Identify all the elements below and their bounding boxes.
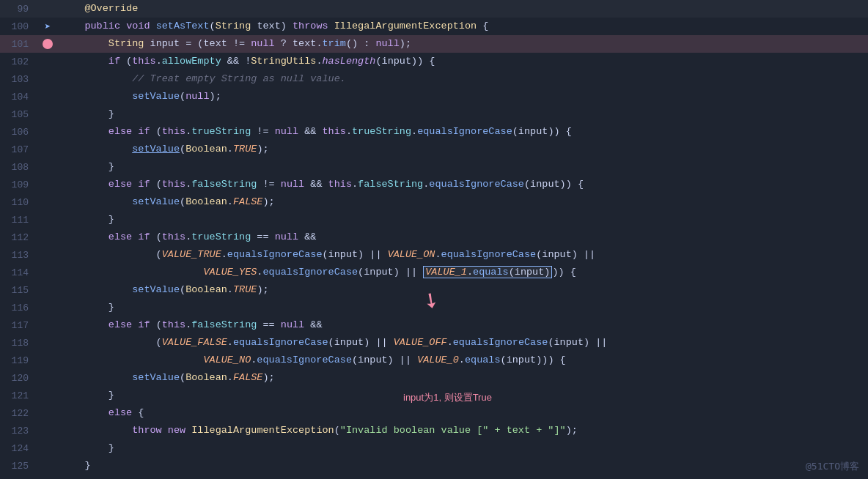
code-line-117: 117 else if (this.falseString == null &&	[0, 316, 868, 334]
code-lines: 99 @Override100➤ public void setAsText(S…	[0, 0, 868, 479]
code-line-118: 118 (VALUE_FALSE.equalsIgnoreCase(input)…	[0, 334, 868, 352]
code-line-120: 120 setValue(Boolean.FALSE);	[0, 369, 868, 387]
line-number-111: 111	[0, 215, 40, 226]
line-content-105: }	[55, 105, 868, 123]
line-content-108: }	[55, 158, 868, 176]
line-number-115: 115	[0, 285, 40, 296]
code-line-115: 115 setValue(Boolean.TRUE);	[0, 281, 868, 299]
line-content-120: setValue(Boolean.FALSE);	[55, 369, 868, 387]
code-line-112: 112 else if (this.trueString == null &&	[0, 229, 868, 246]
line-number-123: 123	[0, 426, 40, 437]
code-line-99: 99 @Override	[0, 0, 868, 18]
code-line-104: 104 setValue(null);	[0, 88, 868, 105]
code-line-113: 113 (VALUE_TRUE.equalsIgnoreCase(input) …	[0, 246, 868, 264]
line-content-106: else if (this.trueString != null && this…	[55, 123, 868, 141]
line-number-121: 121	[0, 390, 40, 401]
line-content-119: VALUE_NO.equalsIgnoreCase(input) || VALU…	[55, 352, 868, 369]
line-content-99: @Override	[55, 0, 868, 18]
line-number-112: 112	[0, 232, 40, 243]
line-content-125: }	[55, 457, 868, 475]
line-content-115: setValue(Boolean.TRUE);	[55, 281, 868, 299]
line-gutter-100: ➤	[40, 21, 55, 33]
line-number-122: 122	[0, 408, 40, 419]
line-content-103: // Treat empty String as null value.	[55, 70, 868, 88]
line-number-125: 125	[0, 461, 40, 472]
code-line-111: 111 }	[0, 211, 868, 229]
line-content-113: (VALUE_TRUE.equalsIgnoreCase(input) || V…	[55, 246, 868, 264]
line-number-108: 108	[0, 162, 40, 173]
code-line-114: 114 VALUE_YES.equalsIgnoreCase(input) ||…	[0, 264, 868, 281]
line-number-124: 124	[0, 443, 40, 454]
code-line-110: 110 setValue(Boolean.FALSE);	[0, 193, 868, 211]
code-line-107: 107 setValue(Boolean.TRUE);	[0, 141, 868, 158]
code-line-103: 103 // Treat empty String as null value.	[0, 70, 868, 88]
code-line-125: 125 }	[0, 457, 868, 475]
code-line-124: 124 }	[0, 439, 868, 457]
line-number-116: 116	[0, 302, 40, 313]
line-content-110: setValue(Boolean.FALSE);	[55, 193, 868, 211]
line-number-120: 120	[0, 373, 40, 384]
line-content-118: (VALUE_FALSE.equalsIgnoreCase(input) || …	[55, 334, 868, 352]
line-content-123: throw new IllegalArgumentException("Inva…	[55, 422, 868, 439]
breakpoint-indicator	[43, 39, 53, 49]
line-number-114: 114	[0, 267, 40, 278]
code-line-121: 121 }	[0, 387, 868, 404]
line-number-119: 119	[0, 355, 40, 366]
code-line-123: 123 throw new IllegalArgumentException("…	[0, 422, 868, 439]
line-content-101: String input = (text != null ? text.trim…	[55, 35, 868, 53]
code-line-102: 102 if (this.allowEmpty && !StringUtils.…	[0, 53, 868, 70]
line-content-111: }	[55, 211, 868, 229]
line-content-102: if (this.allowEmpty && !StringUtils.hasL…	[55, 53, 868, 70]
line-number-106: 106	[0, 127, 40, 138]
line-number-99: 99	[0, 4, 40, 15]
line-number-107: 107	[0, 144, 40, 155]
line-number-109: 109	[0, 179, 40, 190]
line-number-118: 118	[0, 338, 40, 349]
line-number-113: 113	[0, 250, 40, 261]
line-number-110: 110	[0, 197, 40, 208]
code-editor: 99 @Override100➤ public void setAsText(S…	[0, 0, 868, 479]
line-content-116: }	[55, 299, 868, 316]
line-number-102: 102	[0, 56, 40, 67]
code-line-109: 109 else if (this.falseString != null &&…	[0, 176, 868, 193]
line-content-114: VALUE_YES.equalsIgnoreCase(input) || VAL…	[55, 264, 868, 281]
line-number-101: 101	[0, 39, 40, 50]
code-line-101: 101 String input = (text != null ? text.…	[0, 35, 868, 53]
code-line-119: 119 VALUE_NO.equalsIgnoreCase(input) || …	[0, 352, 868, 369]
line-content-100: public void setAsText(String text) throw…	[55, 18, 868, 35]
line-number-100: 100	[0, 21, 40, 32]
code-line-106: 106 else if (this.trueString != null && …	[0, 123, 868, 141]
line-content-104: setValue(null);	[55, 88, 868, 105]
code-line-108: 108 }	[0, 158, 868, 176]
line-content-117: else if (this.falseString == null &&	[55, 316, 868, 334]
line-content-124: }	[55, 439, 868, 457]
line-content-122: else {	[55, 404, 868, 422]
watermark: @51CTO博客	[806, 460, 859, 473]
line-content-121: }	[55, 387, 868, 404]
line-number-104: 104	[0, 92, 40, 103]
line-number-105: 105	[0, 109, 40, 120]
line-number-103: 103	[0, 74, 40, 85]
code-line-100: 100➤ public void setAsText(String text) …	[0, 18, 868, 35]
code-line-105: 105 }	[0, 105, 868, 123]
debug-arrow-indicator: ➤	[45, 21, 51, 33]
code-line-116: 116 }	[0, 299, 868, 316]
line-content-109: else if (this.falseString != null && thi…	[55, 176, 868, 193]
line-content-112: else if (this.trueString == null &&	[55, 229, 868, 246]
code-line-122: 122 else {	[0, 404, 868, 422]
line-gutter-101	[40, 39, 55, 49]
line-number-117: 117	[0, 320, 40, 331]
line-content-107: setValue(Boolean.TRUE);	[55, 141, 868, 158]
